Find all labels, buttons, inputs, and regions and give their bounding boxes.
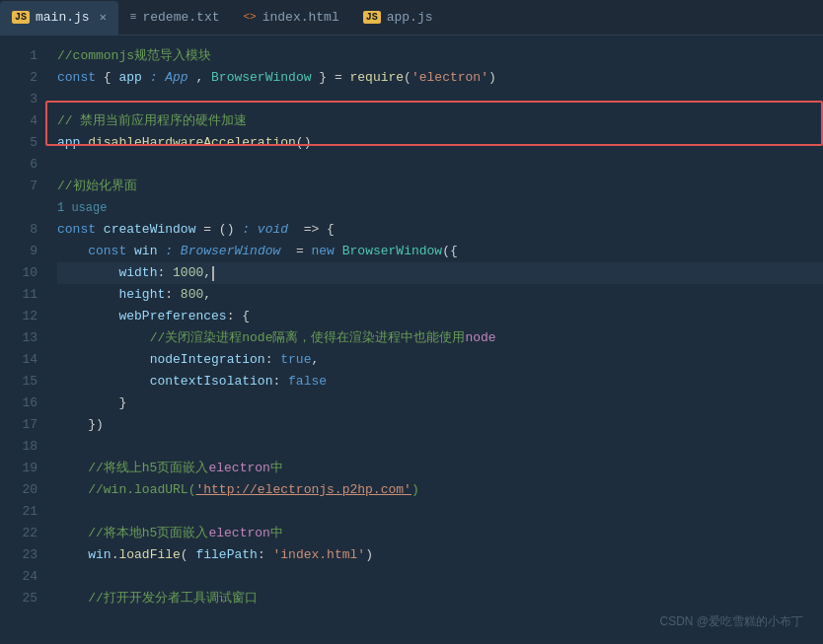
tab-label: app.js (387, 10, 433, 25)
code-line: const createWindow = () : void => { (57, 219, 823, 241)
code-line (57, 501, 823, 523)
code-area: 1 2 3 4 5 6 7 8 9 10 11 12 13 14 15 16 1… (0, 36, 823, 644)
tab-redeme-txt[interactable]: ≡ redeme.txt (118, 1, 232, 35)
code-line (57, 89, 823, 110)
code-line (57, 566, 823, 588)
cursor (212, 266, 214, 281)
tab-index-html[interactable]: <> index.html (231, 1, 350, 35)
code-line: win.loadFile( filePath: 'index.html') (57, 544, 823, 566)
code-line: //win.loadURL('http://electronjs.p2hp.co… (57, 479, 823, 501)
code-line: } (57, 393, 823, 414)
code-line: //将本地h5页面嵌入electron中 (57, 523, 823, 544)
code-content[interactable]: //commonjs规范导入模块 const { app : App , Bro… (45, 36, 823, 644)
code-line: //关闭渲染进程node隔离，使得在渲染进程中也能使用node (57, 327, 823, 349)
watermark: CSDN @爱吃雪糕的小布丁 (659, 610, 803, 632)
js-icon: JS (363, 11, 381, 24)
close-icon[interactable]: ✕ (100, 10, 107, 25)
tab-label: main.js (36, 10, 90, 25)
code-line: // 禁用当前应用程序的硬件加速 (57, 110, 823, 132)
txt-icon: ≡ (130, 11, 137, 23)
code-line: app.disableHardwareAcceleration() (57, 132, 823, 154)
code-usage-line: 1 usage (57, 197, 823, 219)
code-line: webPreferences: { (57, 306, 823, 327)
code-line: //打开开发分者工具调试窗口 (57, 588, 823, 609)
js-icon: JS (12, 11, 30, 24)
line-numbers: 1 2 3 4 5 6 7 8 9 10 11 12 13 14 15 16 1… (0, 36, 45, 644)
tab-bar: JS main.js ✕ ≡ redeme.txt <> index.html … (0, 0, 823, 36)
tab-main-js[interactable]: JS main.js ✕ (0, 1, 118, 35)
code-line (57, 154, 823, 176)
tab-label: redeme.txt (142, 10, 219, 25)
code-line: contextIsolation: false (57, 371, 823, 393)
code-line: const win : BrowserWindow = new BrowserW… (57, 241, 823, 262)
html-icon: <> (243, 11, 256, 23)
code-line: width: 1000, (57, 262, 823, 284)
code-line: const { app : App , BrowserWindow } = re… (57, 67, 823, 89)
tab-app-js[interactable]: JS app.js (351, 1, 445, 35)
code-line: //初始化界面 (57, 176, 823, 197)
tab-label: index.html (262, 10, 339, 25)
code-line: }) (57, 414, 823, 436)
code-line (57, 436, 823, 458)
code-line: height: 800, (57, 284, 823, 306)
code-line: nodeIntegration: true, (57, 349, 823, 371)
code-line: //commonjs规范导入模块 (57, 45, 823, 67)
code-line: //将线上h5页面嵌入electron中 (57, 458, 823, 479)
